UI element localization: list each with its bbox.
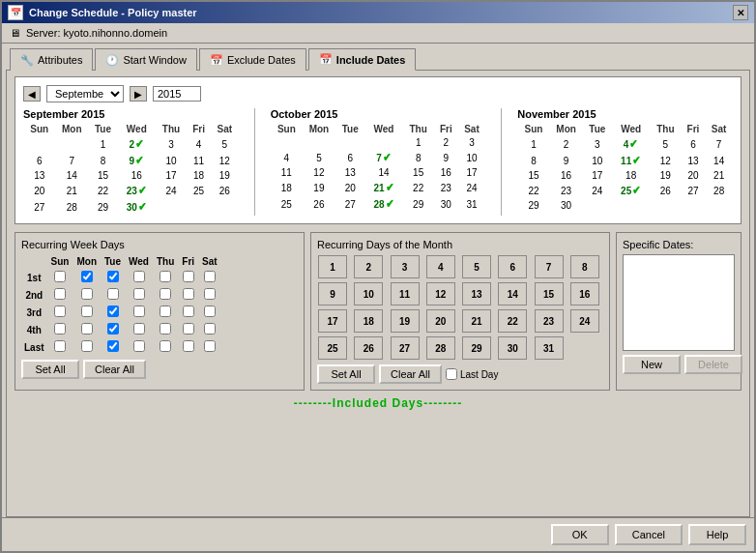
rdm-clear-all-button[interactable]: Clear All xyxy=(379,364,442,384)
day-31[interactable]: 31 xyxy=(535,336,564,360)
table-row[interactable]: 22 xyxy=(518,183,549,199)
table-row[interactable]: 27 xyxy=(335,196,364,213)
rwd-last-fri[interactable] xyxy=(183,340,194,352)
table-row[interactable] xyxy=(271,136,302,150)
table-row[interactable]: 2 xyxy=(433,136,458,150)
rwd-4th-thu[interactable] xyxy=(160,323,171,335)
table-row[interactable]: 26 xyxy=(303,196,336,213)
table-row[interactable]: 16 xyxy=(117,169,156,183)
table-row[interactable]: 21 xyxy=(55,183,89,199)
day-12[interactable]: 12 xyxy=(426,282,455,306)
table-row[interactable]: 27 xyxy=(24,199,55,216)
table-row[interactable]: 27 xyxy=(681,183,706,199)
rwd-4th-fri[interactable] xyxy=(183,323,194,335)
rwd-1st-sat[interactable] xyxy=(204,271,216,282)
table-row[interactable]: 8 xyxy=(89,153,118,169)
table-row[interactable]: 11 xyxy=(271,166,302,180)
table-row[interactable] xyxy=(303,136,336,150)
table-row[interactable]: 9 xyxy=(549,153,583,169)
table-row[interactable]: 13 xyxy=(681,153,706,169)
ok-button[interactable]: OK xyxy=(551,524,609,545)
table-row[interactable] xyxy=(681,199,706,213)
table-row[interactable] xyxy=(364,136,403,150)
table-row[interactable]: 10 xyxy=(583,153,612,169)
table-row[interactable]: 6 xyxy=(24,153,55,169)
day-28[interactable]: 28 xyxy=(426,336,455,360)
table-row[interactable]: 17 xyxy=(156,169,187,183)
rwd-last-mon[interactable] xyxy=(81,340,93,352)
table-row[interactable]: 28 xyxy=(706,183,733,199)
rwd-1st-tue[interactable] xyxy=(107,271,119,282)
table-row[interactable]: 20 xyxy=(681,169,706,183)
table-row[interactable]: 3 xyxy=(458,136,485,150)
day-3[interactable]: 3 xyxy=(391,255,420,278)
rwd-2nd-sun[interactable] xyxy=(54,288,66,300)
table-row[interactable]: 29 xyxy=(89,199,118,216)
table-row[interactable]: 13 xyxy=(335,166,364,180)
day-20[interactable]: 20 xyxy=(426,309,455,333)
rwd-last-tue[interactable] xyxy=(107,340,119,352)
table-row[interactable]: 20 xyxy=(24,183,55,199)
table-row[interactable]: 29 xyxy=(403,196,434,213)
table-row[interactable] xyxy=(55,136,89,153)
table-row[interactable]: 15 xyxy=(89,169,118,183)
table-row[interactable]: 4 xyxy=(271,150,302,166)
table-row[interactable]: 1 xyxy=(403,136,434,150)
day-25[interactable]: 25 xyxy=(318,336,347,360)
day-15[interactable]: 15 xyxy=(535,282,564,306)
rwd-2nd-thu[interactable] xyxy=(160,288,171,300)
table-row[interactable]: 30 xyxy=(549,199,583,213)
day-9[interactable]: 9 xyxy=(318,282,347,306)
sd-new-button[interactable]: New xyxy=(623,355,681,374)
table-row[interactable]: 3 xyxy=(583,136,612,153)
close-button[interactable]: ✕ xyxy=(733,5,748,20)
day-27[interactable]: 27 xyxy=(391,336,420,360)
table-row[interactable]: 11 xyxy=(187,153,212,169)
table-row[interactable]: 28 xyxy=(55,199,89,216)
specific-dates-list[interactable] xyxy=(623,254,735,351)
table-row[interactable]: 23✔ xyxy=(117,183,156,199)
table-row[interactable]: 14 xyxy=(364,166,403,180)
help-button[interactable]: Help xyxy=(688,524,746,545)
sd-delete-button[interactable]: Delete xyxy=(684,355,742,374)
table-row[interactable] xyxy=(612,199,651,213)
table-row[interactable]: 19 xyxy=(303,180,336,196)
day-5[interactable]: 5 xyxy=(462,255,491,278)
table-row[interactable]: 1 xyxy=(518,136,549,153)
table-row[interactable]: 24 xyxy=(458,180,485,196)
table-row[interactable]: 21✔ xyxy=(364,180,403,196)
table-row[interactable]: 22 xyxy=(403,180,434,196)
table-row[interactable]: 1 xyxy=(89,136,118,153)
table-row[interactable]: 2 xyxy=(549,136,583,153)
table-row[interactable]: 4 xyxy=(187,136,212,153)
rwd-3rd-wed[interactable] xyxy=(133,306,145,317)
table-row[interactable]: 23 xyxy=(549,183,583,199)
table-row[interactable]: 6 xyxy=(681,136,706,153)
table-row[interactable]: 13 xyxy=(24,169,55,183)
day-13[interactable]: 13 xyxy=(462,282,491,306)
table-row[interactable]: 15 xyxy=(518,169,549,183)
table-row[interactable]: 26 xyxy=(651,183,682,199)
day-6[interactable]: 6 xyxy=(498,255,527,278)
table-row[interactable]: 9 xyxy=(433,150,458,166)
rwd-4th-wed[interactable] xyxy=(133,323,145,335)
rwd-2nd-wed[interactable] xyxy=(133,288,145,300)
table-row[interactable] xyxy=(187,199,212,216)
table-row[interactable]: 16 xyxy=(433,166,458,180)
table-row[interactable]: 16 xyxy=(549,169,583,183)
rwd-1st-thu[interactable] xyxy=(160,271,171,282)
day-23[interactable]: 23 xyxy=(535,309,564,333)
table-row[interactable]: 31 xyxy=(458,196,485,213)
next-month-button[interactable]: ▶ xyxy=(130,86,147,102)
table-row[interactable]: 15 xyxy=(403,166,434,180)
table-row[interactable]: 18 xyxy=(271,180,302,196)
table-row[interactable] xyxy=(24,136,55,153)
table-row[interactable] xyxy=(211,199,238,216)
rwd-3rd-fri[interactable] xyxy=(183,306,194,317)
day-19[interactable]: 19 xyxy=(391,309,420,333)
table-row[interactable]: 8 xyxy=(518,153,549,169)
table-row[interactable]: 8 xyxy=(403,150,434,166)
day-21[interactable]: 21 xyxy=(462,309,491,333)
table-row[interactable]: 17 xyxy=(583,169,612,183)
rwd-4th-sun[interactable] xyxy=(54,323,66,335)
